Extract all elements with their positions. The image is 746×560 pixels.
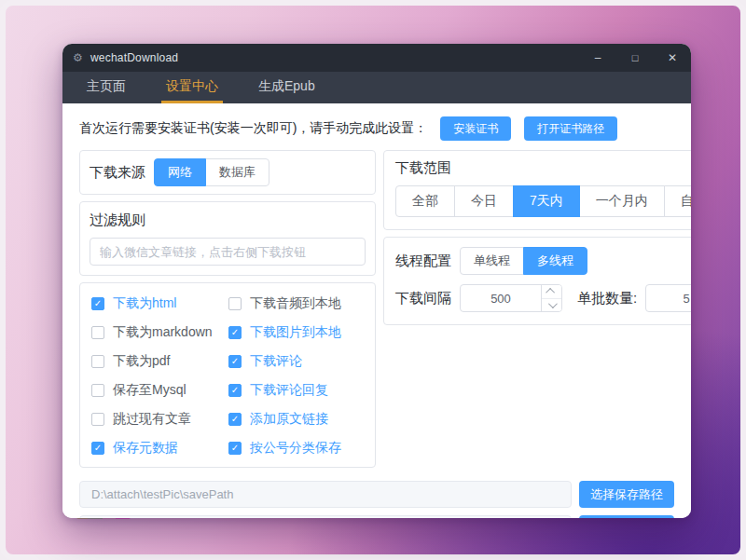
option-checkbox-label: 下载音频到本地 [250,295,341,312]
checkbox-checked-icon[interactable]: ✓ [228,355,242,368]
option-checkbox-label: 下载为html [113,295,176,312]
option-checkbox-label: 按公号分类保存 [250,440,341,457]
option-checkbox-label: 下载为markdown [113,324,213,341]
download-range-box: 下载范围 全部今日7天内一个月内自定义 [383,150,691,230]
choose-save-path-button[interactable]: 选择保存路径 [579,481,674,508]
right-settings-column: 下载范围 全部今日7天内一个月内自定义 线程配置 单线程多线程 下载间隔 500 [383,150,691,468]
interval-decrease-button[interactable] [542,298,561,312]
save-path-row: 选择保存路径 [79,481,674,508]
tab-bar: 主页面 设置中心 生成Epub [62,72,691,103]
minimize-button[interactable]: – [579,44,616,72]
option-checkbox-item[interactable]: ✓保存元数据 [91,440,228,457]
checkbox-checked-icon[interactable]: ✓ [91,442,104,455]
download-source-segmented: 网络数据库 [154,158,269,186]
option-checkbox-label: 下载为pdf [113,353,170,370]
left-settings-column: 下载来源 网络数据库 过滤规则 ✓下载为html下载为markdown下载为pd… [79,150,376,468]
download-range-option[interactable]: 自定义 [664,185,691,217]
option-checkbox-item[interactable]: ✓下载图片到本地 [228,324,366,341]
checkbox-checked-icon[interactable]: ✓ [228,384,242,397]
tab-main-page[interactable]: 主页面 [82,72,131,103]
numeric-settings-row: 下载间隔 500 单批数量: 5 [395,284,691,312]
filter-rules-title: 过滤规则 [90,212,366,229]
option-checkbox-label: 下载评论回复 [250,382,328,399]
option-checkbox-item[interactable]: 保存至Mysql [91,382,228,399]
batch-size-stepper: 5 [645,284,691,312]
option-checkbox-label: 添加原文链接 [250,411,328,428]
download-range-option[interactable]: 7天内 [513,185,580,217]
option-checkbox-item[interactable]: ✓下载评论 [228,353,366,370]
checkbox-unchecked-icon[interactable] [91,384,104,397]
checkbox-unchecked-icon[interactable] [91,413,104,426]
checkbox-checked-icon[interactable]: ✓ [228,413,242,426]
option-checkbox-item[interactable]: 下载为markdown [91,324,228,341]
thread-config-label: 线程配置 [395,253,451,270]
options-column-left: ✓下载为html下载为markdown下载为pdf保存至Mysql跳过现有文章✓… [91,295,228,457]
thread-mode-option[interactable]: 多线程 [523,247,587,275]
download-range-option[interactable]: 一个月内 [579,185,665,217]
option-checkbox-item[interactable]: ✓按公号分类保存 [228,440,366,457]
option-checkbox-item[interactable]: ✓下载评论回复 [228,382,366,399]
article-link-input[interactable] [90,238,366,266]
certificate-row: 首次运行需要安装证书(安装一次即可)，请手动完成此设置： 安装证书 打开证书路径 [79,116,674,141]
download-range-option[interactable]: 全部 [395,185,455,217]
option-checkbox-label: 跳过现有文章 [113,411,191,428]
screenshot-stage: ⚙ wechatDownload – □ ✕ 主页面 设置中心 生成Epub 首… [0,0,746,560]
filter-rules-box: 过滤规则 [79,201,376,276]
download-source-box: 下载来源 网络数据库 [79,150,376,195]
checkbox-unchecked-icon[interactable] [91,355,104,368]
batch-size-label: 单批数量: [577,290,637,307]
window-controls: – □ ✕ [579,44,691,72]
thread-config-row: 线程配置 单线程多线程 [395,247,691,275]
options-column-right: 下载音频到本地✓下载图片到本地✓下载评论✓下载评论回复✓添加原文链接✓按公号分类… [228,295,366,457]
thread-mode-option[interactable]: 单线程 [460,247,524,275]
tab-generate-epub[interactable]: 生成Epub [254,72,320,103]
chevron-down-icon [548,299,558,308]
download-interval-value[interactable]: 500 [461,285,541,311]
download-interval-label: 下载间隔 [395,290,451,307]
download-range-title: 下载范围 [395,159,691,177]
thread-mode-segmented: 单线程多线程 [460,247,587,275]
save-path-input[interactable] [79,481,572,508]
option-checkbox-item[interactable]: 跳过现有文章 [91,411,228,428]
option-checkbox-item[interactable]: 下载为pdf [91,353,228,370]
download-range-option[interactable]: 今日 [454,185,514,217]
maximize-button[interactable]: □ [616,44,654,72]
title-bar[interactable]: ⚙ wechatDownload – □ ✕ [62,44,691,72]
settings-content: 首次运行需要安装证书(安装一次即可)，请手动完成此设置： 安装证书 打开证书路径… [62,103,691,518]
app-icon: ⚙ [71,51,85,65]
option-checkbox-item[interactable]: ✓添加原文链接 [228,411,366,428]
tmp-path-row: 选择缓存路径 [79,515,674,518]
option-checkbox-label: 保存元数据 [113,440,178,457]
app-window: ⚙ wechatDownload – □ ✕ 主页面 设置中心 生成Epub 首… [62,44,691,518]
window-title: wechatDownload [90,51,178,64]
download-interval-spin-buttons [541,285,561,311]
checkbox-checked-icon[interactable]: ✓ [228,326,242,339]
checkbox-checked-icon[interactable]: ✓ [91,297,104,310]
option-checkbox-item[interactable]: 下载音频到本地 [228,295,366,312]
chevron-up-icon [546,288,555,297]
download-range-segmented: 全部今日7天内一个月内自定义 [395,185,691,217]
checkbox-unchecked-icon[interactable] [228,297,242,310]
option-checkbox-label: 下载评论 [250,353,302,370]
choose-cache-path-button[interactable]: 选择缓存路径 [579,515,674,518]
install-certificate-button[interactable]: 安装证书 [440,116,511,141]
download-source-option[interactable]: 网络 [154,158,206,186]
download-source-label: 下载来源 [90,164,145,182]
close-button[interactable]: ✕ [654,44,691,72]
tmp-path-input[interactable] [79,515,572,518]
batch-size-value[interactable]: 5 [646,285,691,311]
thread-config-box: 线程配置 单线程多线程 下载间隔 500 [383,237,691,325]
download-options-box: ✓下载为html下载为markdown下载为pdf保存至Mysql跳过现有文章✓… [79,282,376,468]
interval-increase-button[interactable] [542,285,561,298]
option-checkbox-item[interactable]: ✓下载为html [91,295,228,312]
download-source-option[interactable]: 数据库 [205,158,269,186]
option-checkbox-label: 下载图片到本地 [250,324,341,341]
download-interval-stepper: 500 [460,284,562,312]
option-checkbox-label: 保存至Mysql [113,382,186,399]
certificate-hint-text: 首次运行需要安装证书(安装一次即可)，请手动完成此设置： [79,120,427,137]
path-settings: 选择保存路径 选择缓存路径 [79,481,674,518]
open-certificate-path-button[interactable]: 打开证书路径 [524,116,617,141]
tab-settings-center[interactable]: 设置中心 [161,72,223,103]
checkbox-unchecked-icon[interactable] [91,326,104,339]
checkbox-checked-icon[interactable]: ✓ [228,442,242,455]
